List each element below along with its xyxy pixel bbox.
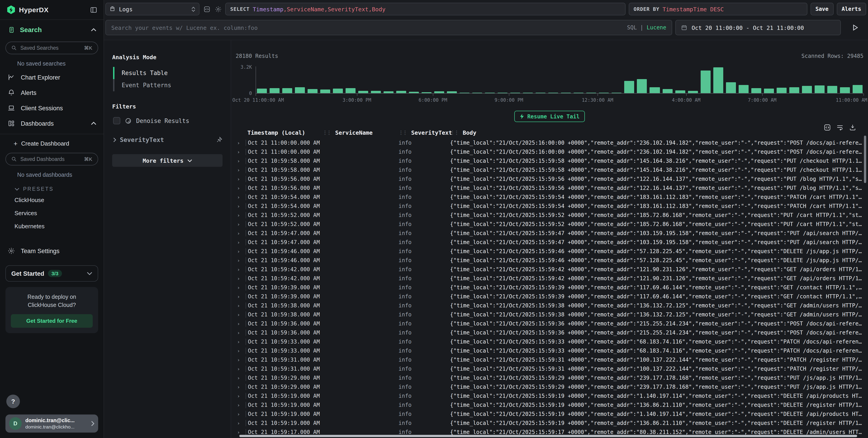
histogram-bar[interactable] bbox=[257, 89, 267, 94]
table-row[interactable]: › Oct 21 10:59:31.000 AM info {"time_loc… bbox=[236, 355, 864, 364]
row-expand-chevron-icon[interactable]: › bbox=[236, 140, 246, 146]
table-row[interactable]: › Oct 21 10:59:47.000 AM info {"time_loc… bbox=[236, 229, 864, 238]
table-row[interactable]: › Oct 21 10:59:58.000 AM info {"time_loc… bbox=[236, 165, 864, 174]
lang-sql[interactable]: SQL bbox=[627, 25, 637, 31]
table-row[interactable]: › Oct 21 10:59:19.000 AM info {"time_loc… bbox=[236, 409, 864, 418]
get-started-free-button[interactable]: Get Started for Free bbox=[11, 314, 93, 328]
settings-gear-icon[interactable] bbox=[214, 4, 222, 14]
table-row[interactable]: › Oct 21 10:59:33.000 AM info {"time_loc… bbox=[236, 337, 864, 346]
expand-json-view-icon[interactable] bbox=[824, 124, 831, 131]
table-row[interactable]: › Oct 21 10:59:42.000 AM info {"time_loc… bbox=[236, 274, 864, 283]
horizontal-scrollbar[interactable] bbox=[239, 435, 857, 437]
table-row[interactable]: › Oct 21 10:59:29.000 AM info {"time_loc… bbox=[236, 373, 864, 382]
sidebar-collapse-icon[interactable] bbox=[90, 6, 97, 13]
run-query-button[interactable] bbox=[844, 20, 866, 35]
histogram-bar[interactable] bbox=[662, 89, 672, 94]
sidebar-item-search[interactable]: Search bbox=[0, 20, 103, 38]
wrap-lines-icon[interactable] bbox=[836, 124, 844, 131]
get-started-toggle[interactable]: Get Started 3/3 bbox=[5, 265, 98, 281]
table-row[interactable]: › Oct 21 10:59:42.000 AM info {"time_loc… bbox=[236, 265, 864, 274]
row-expand-chevron-icon[interactable]: › bbox=[236, 167, 246, 173]
resume-live-tail-button[interactable]: Resume Live Tail bbox=[514, 111, 585, 122]
lang-lucene[interactable]: Lucene bbox=[647, 25, 666, 31]
row-expand-chevron-icon[interactable]: › bbox=[236, 248, 246, 254]
query-language-toggle[interactable]: SQL | Lucene bbox=[627, 25, 666, 31]
row-expand-chevron-icon[interactable]: › bbox=[236, 203, 246, 209]
row-expand-chevron-icon[interactable]: › bbox=[236, 357, 246, 363]
sidebar-item-clickhouse[interactable]: ClickHouse bbox=[0, 194, 103, 207]
sidebar-item-chart-explorer[interactable]: Chart Explorer bbox=[0, 70, 103, 85]
code-view-button[interactable] bbox=[203, 4, 211, 14]
save-button[interactable]: Save bbox=[810, 3, 833, 15]
table-row[interactable]: › Oct 21 11:00:00.000 AM info {"time_loc… bbox=[236, 138, 864, 147]
row-expand-chevron-icon[interactable]: › bbox=[236, 402, 246, 408]
vertical-scrollbar[interactable] bbox=[864, 136, 866, 183]
mode-results-table[interactable]: Results Table bbox=[113, 67, 222, 79]
row-expand-chevron-icon[interactable]: › bbox=[236, 158, 246, 164]
histogram-bar[interactable] bbox=[764, 89, 774, 94]
table-row[interactable]: › Oct 21 10:59:39.000 AM info {"time_loc… bbox=[236, 292, 864, 301]
histogram-bar[interactable] bbox=[776, 88, 786, 94]
row-expand-chevron-icon[interactable]: › bbox=[236, 221, 246, 227]
table-row[interactable]: › Oct 21 11:00:00.000 AM info {"time_loc… bbox=[236, 147, 864, 157]
row-expand-chevron-icon[interactable]: › bbox=[236, 420, 246, 426]
column-header-servicename[interactable]: ⋮⋮ServiceName bbox=[322, 129, 399, 136]
column-drag-handle[interactable]: ⋮⋮ bbox=[450, 130, 458, 135]
download-icon[interactable] bbox=[849, 124, 856, 131]
table-row[interactable]: › Oct 21 10:59:56.000 AM info {"time_loc… bbox=[236, 183, 864, 193]
row-expand-chevron-icon[interactable]: › bbox=[236, 230, 246, 236]
presets-toggle[interactable]: PRESETS bbox=[0, 181, 103, 194]
date-range-picker[interactable]: Oct 20 11:00:00 - Oct 21 11:00:00 bbox=[675, 20, 841, 35]
row-expand-chevron-icon[interactable]: › bbox=[236, 212, 246, 218]
histogram-bar[interactable] bbox=[270, 88, 280, 94]
row-expand-chevron-icon[interactable]: › bbox=[236, 194, 246, 200]
table-row[interactable]: › Oct 21 10:59:46.000 AM info {"time_loc… bbox=[236, 256, 864, 265]
histogram-bar[interactable] bbox=[789, 87, 799, 94]
row-expand-chevron-icon[interactable]: › bbox=[236, 266, 246, 272]
table-row[interactable]: › Oct 21 10:59:19.000 AM info {"time_loc… bbox=[236, 401, 864, 409]
row-expand-chevron-icon[interactable]: › bbox=[236, 312, 246, 317]
row-expand-chevron-icon[interactable]: › bbox=[236, 330, 246, 336]
row-expand-chevron-icon[interactable]: › bbox=[236, 239, 246, 245]
column-drag-handle[interactable]: ⋮⋮ bbox=[399, 130, 407, 135]
mode-event-patterns[interactable]: Event Patterns bbox=[113, 79, 222, 91]
sidebar-item-services[interactable]: Services bbox=[0, 207, 103, 220]
histogram-bar[interactable] bbox=[802, 86, 812, 94]
help-button[interactable]: ? bbox=[6, 395, 20, 408]
histogram-plot[interactable] bbox=[255, 66, 864, 94]
select-columns-input[interactable]: SELECT Timestamp,ServiceName,SeverityTex… bbox=[225, 3, 625, 15]
histogram-bar[interactable] bbox=[333, 89, 343, 94]
histogram-bar[interactable] bbox=[713, 67, 723, 94]
event-search-input[interactable]: Search your events w/ Lucene ex. column:… bbox=[105, 20, 672, 35]
more-filters-button[interactable]: More filters bbox=[112, 154, 222, 167]
sidebar-item-dashboards[interactable]: Dashboards bbox=[0, 116, 103, 131]
row-expand-chevron-icon[interactable]: › bbox=[236, 149, 246, 155]
histogram-bar[interactable] bbox=[827, 86, 837, 94]
source-select[interactable]: Logs bbox=[105, 3, 199, 15]
row-expand-chevron-icon[interactable]: › bbox=[236, 393, 246, 399]
table-row[interactable]: › Oct 21 10:59:54.000 AM info {"time_loc… bbox=[236, 202, 864, 211]
row-expand-chevron-icon[interactable]: › bbox=[236, 375, 246, 381]
chevron-up-icon[interactable] bbox=[91, 122, 96, 125]
table-row[interactable]: › Oct 21 10:59:36.000 AM info {"time_loc… bbox=[236, 319, 864, 328]
table-row[interactable]: › Oct 21 10:59:33.000 AM info {"time_loc… bbox=[236, 346, 864, 355]
saved-searches-input[interactable]: Saved Searches ⌘K bbox=[5, 42, 98, 54]
row-expand-chevron-icon[interactable]: › bbox=[236, 321, 246, 327]
table-row[interactable]: › Oct 21 10:59:52.000 AM info {"time_loc… bbox=[236, 211, 864, 220]
row-expand-chevron-icon[interactable]: › bbox=[236, 284, 246, 291]
row-expand-chevron-icon[interactable]: › bbox=[236, 176, 246, 182]
histogram-bar[interactable] bbox=[701, 70, 710, 94]
sidebar-item-client-sessions[interactable]: Client Sessions bbox=[0, 100, 103, 116]
alerts-button[interactable]: Alerts bbox=[837, 3, 866, 15]
histogram-bar[interactable] bbox=[726, 82, 736, 94]
row-expand-chevron-icon[interactable]: › bbox=[236, 366, 246, 372]
pin-icon[interactable] bbox=[216, 136, 222, 143]
table-row[interactable]: › Oct 21 10:59:58.000 AM info {"time_loc… bbox=[236, 157, 864, 165]
histogram-bar[interactable] bbox=[751, 88, 761, 94]
table-row[interactable]: › Oct 21 10:59:54.000 AM info {"time_loc… bbox=[236, 193, 864, 202]
table-row[interactable]: › Oct 21 10:59:56.000 AM info {"time_loc… bbox=[236, 174, 864, 183]
histogram-bar[interactable] bbox=[814, 86, 824, 94]
row-expand-chevron-icon[interactable]: › bbox=[236, 275, 246, 281]
table-row[interactable]: › Oct 21 10:59:52.000 AM info {"time_loc… bbox=[236, 220, 864, 229]
row-expand-chevron-icon[interactable]: › bbox=[236, 258, 246, 263]
